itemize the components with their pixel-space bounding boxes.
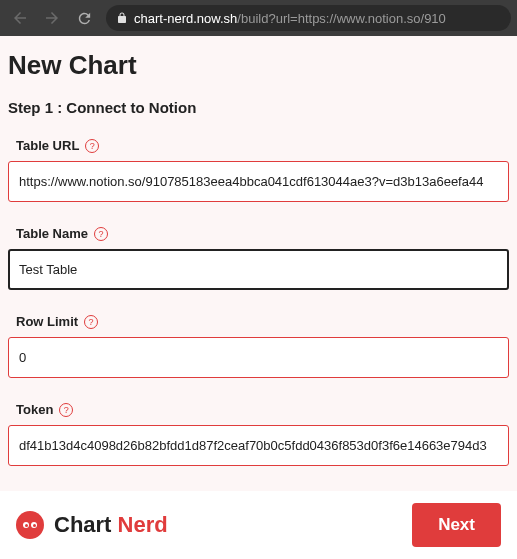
row-limit-input[interactable]	[8, 337, 509, 378]
page-title: New Chart	[8, 36, 509, 99]
url-text: chart-nerd.now.sh/build?url=https://www.…	[134, 11, 446, 26]
table-url-input[interactable]	[8, 161, 509, 202]
label-table-url: Table URL ?	[16, 138, 509, 153]
arrow-right-icon	[43, 9, 61, 27]
label-text: Table Name	[16, 226, 88, 241]
form-group-table-name: Table Name ?	[8, 226, 509, 290]
label-text: Token	[16, 402, 53, 417]
step-title: Step 1 : Connect to Notion	[8, 99, 509, 116]
brand-text: Chart Nerd	[54, 512, 168, 538]
help-icon[interactable]: ?	[85, 139, 99, 153]
label-text: Row Limit	[16, 314, 78, 329]
url-bar[interactable]: chart-nerd.now.sh/build?url=https://www.…	[106, 5, 511, 31]
label-row-limit: Row Limit ?	[16, 314, 509, 329]
form-group-token: Token ?	[8, 402, 509, 466]
reload-icon	[76, 10, 93, 27]
forward-button[interactable]	[38, 4, 66, 32]
browser-bar: chart-nerd.now.sh/build?url=https://www.…	[0, 0, 517, 36]
reload-button[interactable]	[70, 4, 98, 32]
footer: Chart Nerd Next	[0, 491, 517, 559]
token-input[interactable]	[8, 425, 509, 466]
help-icon[interactable]: ?	[94, 227, 108, 241]
back-button[interactable]	[6, 4, 34, 32]
label-text: Table URL	[16, 138, 79, 153]
lock-icon	[116, 12, 128, 24]
form-group-table-url: Table URL ?	[8, 138, 509, 202]
label-table-name: Table Name ?	[16, 226, 509, 241]
label-token: Token ?	[16, 402, 509, 417]
help-icon[interactable]: ?	[84, 315, 98, 329]
brand[interactable]: Chart Nerd	[16, 511, 168, 539]
help-icon[interactable]: ?	[59, 403, 73, 417]
next-button[interactable]: Next	[412, 503, 501, 547]
table-name-input[interactable]	[8, 249, 509, 290]
page-content: New Chart Step 1 : Connect to Notion Tab…	[0, 36, 517, 559]
form-group-row-limit: Row Limit ?	[8, 314, 509, 378]
logo-icon	[16, 511, 44, 539]
arrow-left-icon	[11, 9, 29, 27]
